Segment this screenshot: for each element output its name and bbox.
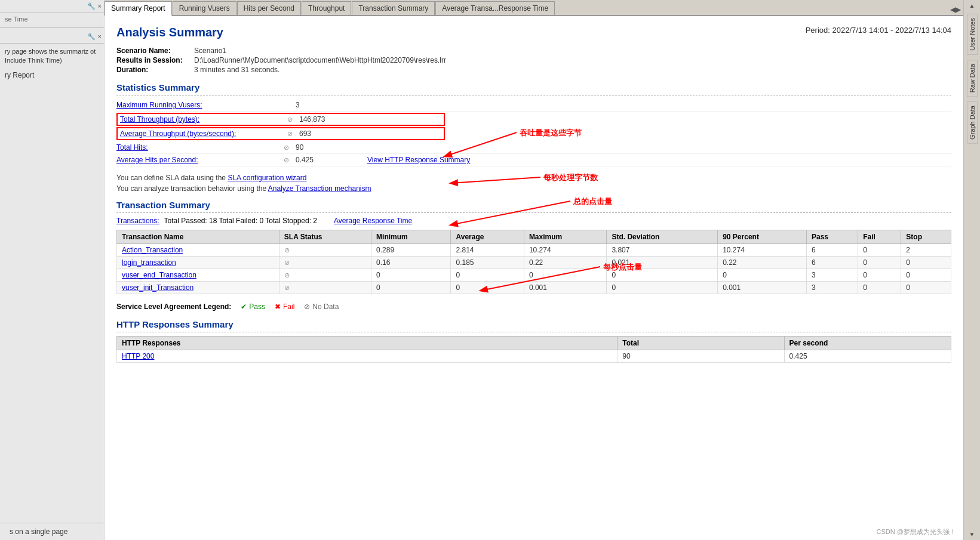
sidebar-item-user-notes[interactable]: User Notes	[967, 14, 978, 55]
sidebar-down-arrow[interactable]: ▼	[969, 531, 975, 538]
trans-fail: 0	[858, 269, 901, 282]
divider1	[0, 27, 104, 28]
trans-avg: 2.814	[451, 244, 524, 257]
stat-name-total-hits[interactable]: Total Hits:	[116, 143, 284, 152]
stat-row-avg-hits: Average Hits per Second: ⊘ 0.425 View HT…	[116, 154, 951, 166]
http-section: HTTP Responses Summary HTTP Responses To…	[116, 319, 951, 363]
sidebar-second-controls: 🔧 ×	[0, 30, 104, 44]
col-90-percent: 90 Percent	[718, 230, 807, 244]
trans-p90: 10.274	[718, 244, 807, 257]
avg-response-time-link[interactable]: Average Response Time	[334, 217, 412, 225]
http-response-link[interactable]: HTTP 200	[122, 352, 154, 360]
trans-min: 0.16	[371, 257, 451, 269]
pin-icon-2[interactable]: 🔧	[87, 33, 96, 41]
trans-std: 3.807	[607, 244, 718, 257]
meta-scenario-value: Scenario1	[194, 47, 226, 55]
content-scroll[interactable]: Analysis Summary Period: 2022/7/13 14:01…	[105, 16, 963, 540]
col-average: Average	[451, 230, 524, 244]
pin-icon[interactable]: 🔧	[87, 2, 96, 10]
meta-duration-label: Duration:	[116, 66, 194, 74]
trans-fail: 0	[858, 244, 901, 257]
stat-icon-1: ⊘	[287, 116, 299, 124]
nodata-icon: ⊘	[304, 303, 310, 311]
trans-name-link[interactable]: vuser_end_Transaction	[122, 271, 196, 279]
trans-avg: 0	[451, 269, 524, 282]
tab-transaction-summary[interactable]: Transaction Summary	[352, 1, 435, 15]
meta-results-value: D:\LoadRunner\MyDocument\scriptdocument\…	[194, 56, 446, 64]
table-row: vuser_init_Transaction ⊘ 0 0 0.001 0 0.0…	[117, 282, 951, 294]
trans-name-link[interactable]: login_transaction	[122, 258, 176, 267]
meta-results: Results in Session: D:\LoadRunner\MyDocu…	[116, 56, 951, 64]
view-http-response-link[interactable]: View HTTP Response Summary	[367, 156, 470, 164]
tab-hits-per-second[interactable]: Hits per Second	[237, 1, 301, 15]
pass-check-icon: ✔	[241, 303, 247, 311]
sidebar-item-raw-data[interactable]: Raw Data	[967, 60, 978, 97]
trans-sla-icon: ⊘	[279, 244, 371, 257]
sla-wizard-link[interactable]: SLA configuration wizard	[228, 174, 306, 182]
sidebar-text-block: ry page shows the summariz ot Include Th…	[0, 44, 104, 69]
right-sidebar: ▲ User Notes Raw Data Graph Data ▼	[963, 0, 980, 540]
se-time-label: se Time	[0, 13, 104, 25]
table-row: vuser_end_Transaction ⊘ 0 0 0 0 0 3 0 0	[117, 269, 951, 282]
trans-p90: 0.001	[718, 282, 807, 294]
stat-name-max-vusers[interactable]: Maximum Running Vusers:	[116, 101, 284, 109]
trans-fail: 0	[858, 282, 901, 294]
trans-sla-icon: ⊘	[279, 282, 371, 294]
statistics-section: Statistics Summary Maximum Running Vuser…	[116, 82, 951, 166]
sidebar-bottom-text: s on a single page	[5, 526, 99, 538]
table-row: Action_Transaction ⊘ 0.289 2.814 10.274 …	[117, 244, 951, 257]
sidebar-top-controls: 🔧 ×	[0, 0, 104, 13]
trans-max: 10.274	[524, 244, 607, 257]
sidebar-bottom: s on a single page	[0, 523, 104, 540]
tab-avg-response[interactable]: Average Transa...Response Time	[435, 1, 555, 15]
col-sla-status: SLA Status	[279, 230, 371, 244]
trans-stop: 0	[901, 257, 951, 269]
trans-stop: 0	[901, 282, 951, 294]
col-maximum: Maximum	[524, 230, 607, 244]
stat-row-total-hits: Total Hits: ⊘ 90	[116, 141, 951, 154]
close-icon[interactable]: ×	[98, 2, 102, 10]
trans-avg: 0.185	[451, 257, 524, 269]
trans-name-link[interactable]: vuser_init_Transaction	[122, 283, 193, 292]
col-std-deviation: Std. Deviation	[607, 230, 718, 244]
sla-legend-label: Service Level Agreement Legend:	[116, 303, 231, 311]
analyze-transaction-link[interactable]: Analyze Transaction mechanism	[268, 184, 371, 193]
sidebar-item-graph-data[interactable]: Graph Data	[967, 101, 978, 144]
transactions-link[interactable]: Transactions:	[116, 217, 159, 225]
sla-line-2: You can analyze transaction behavior usi…	[116, 184, 951, 193]
legend-pass: ✔ Pass	[241, 303, 265, 311]
meta-results-label: Results in Session:	[116, 56, 194, 64]
trans-p90: 0.22	[718, 257, 807, 269]
meta-duration: Duration: 3 minutes and 31 seconds.	[116, 66, 951, 74]
trans-avg: 0	[451, 282, 524, 294]
meta-scenario-label: Scenario Name:	[116, 47, 194, 55]
col-stop: Stop	[901, 230, 951, 244]
trans-name-link[interactable]: Action_Transaction	[122, 246, 183, 254]
main-area: Summary Report Running Vusers Hits per S…	[105, 0, 963, 540]
transaction-heading: Transaction Summary	[116, 200, 951, 213]
trans-sla-icon: ⊘	[279, 257, 371, 269]
sidebar-up-arrow[interactable]: ▲	[969, 2, 975, 9]
stat-name-avg-throughput[interactable]: Average Throughput (bytes/second):	[120, 129, 287, 138]
stat-icon-4: ⊘	[284, 156, 296, 164]
close-icon-2[interactable]: ×	[98, 33, 102, 41]
stat-row-max-vusers: Maximum Running Vusers: 3	[116, 99, 951, 112]
stat-value-avg-hits: 0.425	[296, 156, 355, 164]
tab-running-vusers[interactable]: Running Vusers	[173, 1, 236, 15]
fail-x-icon: ✖	[275, 303, 281, 311]
watermark: CSDN @梦想成为光头强！	[877, 527, 956, 536]
transaction-section: Transaction Summary Transactions: Total …	[116, 200, 951, 311]
http-total: 90	[618, 350, 784, 363]
tab-throughput[interactable]: Throughput	[302, 1, 351, 15]
nav-left-icon[interactable]: ◀	[950, 5, 956, 14]
trans-min: 0	[371, 282, 451, 294]
stat-name-avg-hits[interactable]: Average Hits per Second:	[116, 156, 284, 164]
trans-stop: 2	[901, 244, 951, 257]
trans-pass: 6	[806, 257, 858, 269]
nav-right-icon[interactable]: ▶	[956, 5, 961, 14]
trans-std: 0	[607, 282, 718, 294]
stat-value-avg-throughput: 693	[299, 129, 359, 138]
sla-links: You can define SLA data using the SLA co…	[116, 174, 951, 193]
tab-summary-report[interactable]: Summary Report	[105, 1, 172, 16]
stat-name-total-throughput[interactable]: Total Throughput (bytes):	[120, 115, 287, 124]
